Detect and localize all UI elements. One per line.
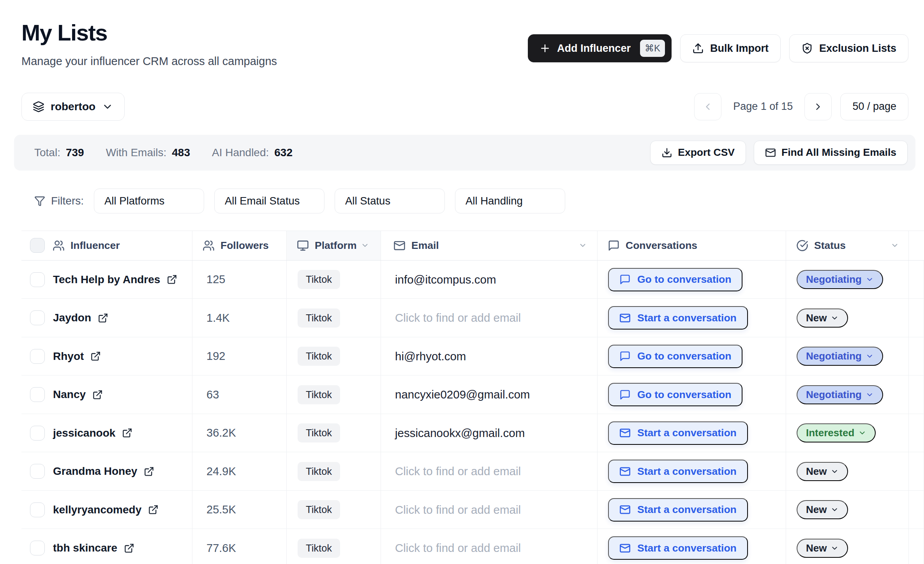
conversation-button[interactable]: Go to conversation xyxy=(608,268,742,291)
email-cell[interactable]: Click to find or add email xyxy=(381,299,598,337)
conversation-button-label: Go to conversation xyxy=(637,389,731,401)
status-label: New xyxy=(806,504,827,516)
find-missing-emails-button[interactable]: Find All Missing Emails xyxy=(754,141,908,165)
email-value[interactable]: jessicanookx@gmail.com xyxy=(395,427,525,440)
column-header-conversations[interactable]: Conversations xyxy=(598,231,786,260)
chevron-down-icon xyxy=(887,241,899,250)
influencer-name: Nancy xyxy=(53,388,86,401)
page-indicator: Page 1 of 15 xyxy=(733,100,793,113)
row-checkbox[interactable] xyxy=(30,541,45,555)
bulk-import-label: Bulk Import xyxy=(710,42,769,55)
external-link-icon[interactable] xyxy=(92,390,103,400)
status-dropdown[interactable]: New xyxy=(797,500,848,519)
chevron-down-icon xyxy=(831,467,839,476)
conversation-button[interactable]: Go to conversation xyxy=(608,345,742,368)
row-checkbox[interactable] xyxy=(30,464,45,479)
external-link-icon[interactable] xyxy=(144,466,154,477)
influencer-cell: Jaydon xyxy=(21,299,192,337)
select-all-checkbox[interactable] xyxy=(30,238,45,253)
list-selector-dropdown[interactable]: robertoo xyxy=(21,93,125,121)
download-icon xyxy=(661,147,672,158)
conversation-button[interactable]: Start a conversation xyxy=(608,460,748,483)
column-header-platform[interactable]: Platform xyxy=(287,231,381,260)
bulk-import-button[interactable]: Bulk Import xyxy=(680,34,781,62)
row-checkbox[interactable] xyxy=(30,349,45,364)
email-value[interactable]: Click to find or add email xyxy=(395,541,521,555)
platform-cell: Tiktok xyxy=(287,452,381,490)
email-cell[interactable]: Click to find or add email xyxy=(381,491,598,529)
status-dropdown[interactable]: Negotiating xyxy=(797,347,883,366)
status-dropdown[interactable]: Negotiating xyxy=(797,385,883,404)
row-checkbox[interactable] xyxy=(30,387,45,402)
followers-count: 63 xyxy=(206,388,219,401)
overflow-cell xyxy=(909,337,924,375)
filter-platforms-dropdown[interactable]: All Platforms xyxy=(94,189,204,213)
platform-cell: Tiktok xyxy=(287,491,381,529)
email-cell[interactable]: jessicanookx@gmail.com xyxy=(381,414,598,452)
page-size-selector[interactable]: 50 / page xyxy=(840,93,908,120)
email-value[interactable]: hi@rhyot.com xyxy=(395,350,466,363)
conversation-button[interactable]: Go to conversation xyxy=(608,383,742,406)
email-cell[interactable]: nancyxie0209@gmail.com xyxy=(381,375,598,414)
exclusion-lists-button[interactable]: Exclusion Lists xyxy=(789,34,908,62)
platform-badge: Tiktok xyxy=(298,347,340,366)
keyboard-shortcut-badge: ⌘K xyxy=(640,40,665,57)
external-link-icon[interactable] xyxy=(122,428,132,438)
conversation-button[interactable]: Start a conversation xyxy=(608,536,748,560)
column-header-status[interactable]: Status xyxy=(786,231,909,260)
row-checkbox[interactable] xyxy=(30,310,45,325)
add-influencer-button[interactable]: Add Influencer ⌘K xyxy=(528,34,672,62)
table-header-row: Influencer Followers Platform Email xyxy=(21,231,924,261)
email-value[interactable]: nancyxie0209@gmail.com xyxy=(395,388,530,401)
chevron-down-icon xyxy=(831,314,839,322)
external-link-icon[interactable] xyxy=(90,351,101,361)
column-header-influencer[interactable]: Influencer xyxy=(21,231,192,260)
platform-cell: Tiktok xyxy=(287,414,381,452)
email-value[interactable]: info@itcompus.com xyxy=(395,273,496,286)
next-page-button[interactable] xyxy=(804,93,832,120)
prev-page-button[interactable] xyxy=(694,93,721,120)
monitor-icon xyxy=(297,240,309,252)
external-link-icon[interactable] xyxy=(167,274,177,285)
column-header-email[interactable]: Email xyxy=(381,231,598,260)
chevron-down-icon xyxy=(866,391,874,399)
email-cell[interactable]: Click to find or add email xyxy=(381,529,598,564)
export-csv-button[interactable]: Export CSV xyxy=(650,141,746,165)
email-cell[interactable]: hi@rhyot.com xyxy=(381,337,598,375)
mail-icon xyxy=(393,240,406,252)
status-dropdown[interactable]: New xyxy=(797,539,848,558)
platform-cell: Tiktok xyxy=(287,375,381,414)
external-link-icon[interactable] xyxy=(98,313,108,323)
followers-cell: 24.9K xyxy=(192,452,287,490)
platform-badge: Tiktok xyxy=(298,500,340,519)
column-header-followers[interactable]: Followers xyxy=(192,231,287,260)
mail-icon xyxy=(619,466,631,477)
stat-with-emails: With Emails: 483 xyxy=(106,146,190,159)
followers-cell: 125 xyxy=(192,261,287,299)
conversation-button[interactable]: Start a conversation xyxy=(608,306,748,330)
filter-handling-dropdown[interactable]: All Handling xyxy=(455,189,565,213)
filter-email-status-dropdown[interactable]: All Email Status xyxy=(214,189,324,213)
row-checkbox[interactable] xyxy=(30,502,45,517)
external-link-icon[interactable] xyxy=(148,504,159,515)
status-dropdown[interactable]: New xyxy=(797,462,848,481)
row-checkbox[interactable] xyxy=(30,426,45,441)
status-dropdown[interactable]: Negotiating xyxy=(797,270,883,289)
email-cell[interactable]: info@itcompus.com xyxy=(381,261,598,299)
email-cell[interactable]: Click to find or add email xyxy=(381,452,598,490)
row-checkbox[interactable] xyxy=(30,272,45,287)
influencer-name: Rhyot xyxy=(53,350,84,363)
email-value[interactable]: Click to find or add email xyxy=(395,465,521,478)
email-value[interactable]: Click to find or add email xyxy=(395,311,521,324)
external-link-icon[interactable] xyxy=(124,543,134,553)
email-value[interactable]: Click to find or add email xyxy=(395,503,521,516)
export-csv-label: Export CSV xyxy=(678,146,735,159)
conversation-button[interactable]: Start a conversation xyxy=(608,498,748,522)
status-label: Interested xyxy=(806,427,854,439)
mail-icon xyxy=(619,427,631,439)
conversation-button[interactable]: Start a conversation xyxy=(608,421,748,445)
status-dropdown[interactable]: New xyxy=(797,308,848,328)
platform-badge: Tiktok xyxy=(298,385,340,404)
status-dropdown[interactable]: Interested xyxy=(797,423,876,442)
filter-status-dropdown[interactable]: All Status xyxy=(335,189,445,213)
